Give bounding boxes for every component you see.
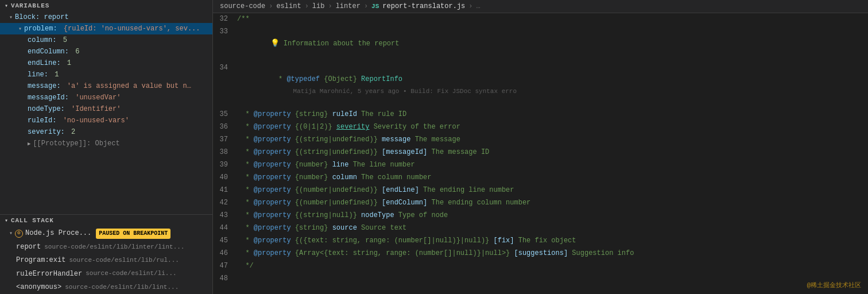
block-report-chevron <box>9 12 15 22</box>
code-line-36: 36 * @property {(0|1|2)} severity Severi… <box>213 121 868 134</box>
variables-label: VARIABLES <box>11 2 49 9</box>
code-line-39: 39 * @property {number} line The line nu… <box>213 159 868 172</box>
node-process-chevron <box>9 228 15 239</box>
code-line-47: 47 */ <box>213 260 868 273</box>
line-content-33: 💡 Information about the report <box>237 26 868 62</box>
breadcrumb-eslint[interactable]: eslint <box>276 2 301 10</box>
prop-nodetype[interactable]: nodeType: 'Identifier' <box>0 103 212 115</box>
bulb-icon: 💡 <box>270 39 280 48</box>
code-line-41: 41 * @property {(number|undefined)} [end… <box>213 184 868 197</box>
prop-prototype[interactable]: [[Prototype]]: Object <box>0 138 212 149</box>
node-process-name: Node.js Proce... <box>25 228 91 239</box>
block-report-label: Block: report <box>15 12 69 22</box>
call-stack-frame-anon[interactable]: <anonymous> source-code/eslint/lib/lint.… <box>0 281 212 294</box>
line-content-38: * @property {(string|undefined)} [messag… <box>237 146 868 158</box>
code-line-37: 37 * @property {(string|undefined)} mess… <box>213 134 868 146</box>
prop-message[interactable]: message: 'a' is assigned a value but n… <box>0 80 212 92</box>
breadcrumb-source-code[interactable]: source-code <box>220 2 265 10</box>
code-line-34: 34 * @typedef {Object} ReportInfo Matija… <box>213 62 868 109</box>
breadcrumb-lib[interactable]: lib <box>312 2 325 10</box>
line-num-32: 32 <box>213 13 237 25</box>
code-line-45: 45 * @property {({text: string, range: (… <box>213 235 868 247</box>
variables-chevron: ▾ <box>5 2 9 9</box>
breadcrumb-linter[interactable]: linter <box>336 2 361 10</box>
line-content-41: * @property {(number|undefined)} [endLin… <box>237 184 868 196</box>
breadcrumb-filename[interactable]: report-translator.js <box>382 2 465 10</box>
line-num-45: 45 <box>213 235 237 246</box>
line-num-34: 34 <box>213 62 237 74</box>
line-num-38: 38 <box>213 146 237 158</box>
code-line-48: 48 <box>213 273 868 285</box>
problem-chevron <box>18 24 24 34</box>
breadcrumb-ellipsis: … <box>476 2 480 10</box>
code-line-33: 33 💡 Information about the report <box>213 26 868 62</box>
line-content-40: * @property {number} column The column n… <box>237 172 868 183</box>
node-process-item[interactable]: ⚙ Node.js Proce... PAUSED ON BREAKPOINT <box>0 226 212 241</box>
prop-line[interactable]: line: 1 <box>0 69 212 80</box>
line-num-47: 47 <box>213 260 237 272</box>
line-num-35: 35 <box>213 109 237 120</box>
left-panel: ▾ VARIABLES Block: report problem: {rule… <box>0 0 213 294</box>
code-line-40: 40 * @property {number} column The colum… <box>213 172 868 184</box>
right-panel: source-code › eslint › lib › linter › JS… <box>213 0 868 294</box>
call-stack-label: CALL STACK <box>11 217 54 224</box>
paused-badge: PAUSED ON BREAKPOINT <box>96 229 170 239</box>
line-content-36: * @property {(0|1|2)} severity Severity … <box>237 121 868 133</box>
line-content-47: */ <box>237 260 868 272</box>
call-stack-frame-ruleerror[interactable]: ruleErrorHandler source-code/eslint/li..… <box>0 268 212 281</box>
prop-endcolumn[interactable]: endColumn: 6 <box>0 46 212 57</box>
problem-value: {ruleId: 'no-unused-vars', sev... <box>64 24 200 34</box>
line-num-43: 43 <box>213 210 237 221</box>
line-num-37: 37 <box>213 134 237 145</box>
problem-key: problem: <box>24 24 57 34</box>
line-content-43: * @property {(string|null)} nodeType Typ… <box>237 210 868 221</box>
line-num-36: 36 <box>213 121 237 133</box>
prop-severity[interactable]: severity: 2 <box>0 126 212 138</box>
line-num-46: 46 <box>213 247 237 259</box>
prop-messageid[interactable]: messageId: 'unusedVar' <box>0 92 212 103</box>
line-content-46: * @property {Array<{text: string, range:… <box>237 247 868 259</box>
call-stack-section: ▾ CALL STACK ⚙ Node.js Proce... PAUSED O… <box>0 214 212 294</box>
call-stack-chevron: ▾ <box>5 217 9 224</box>
breadcrumb-js-icon: JS <box>371 3 379 10</box>
breadcrumb-bar: source-code › eslint › lib › linter › JS… <box>213 0 868 13</box>
line-num-40: 40 <box>213 172 237 183</box>
prop-column[interactable]: column: 5 <box>0 34 212 46</box>
line-content-45: * @property {({text: string, range: (num… <box>237 235 868 246</box>
line-num-48: 48 <box>213 273 237 284</box>
call-stack-header[interactable]: ▾ CALL STACK <box>0 215 212 226</box>
block-report-item[interactable]: Block: report <box>0 11 212 23</box>
line-num-41: 41 <box>213 184 237 196</box>
code-line-42: 42 * @property {(number|undefined)} [end… <box>213 197 868 210</box>
code-line-43: 43 * @property {(string|null)} nodeType … <box>213 210 868 222</box>
line-content-32: /** <box>237 13 868 25</box>
line-content-34: * @typedef {Object} ReportInfo Matija Ma… <box>237 62 868 109</box>
line-content-44: * @property {string} source Source text <box>237 222 868 234</box>
call-stack-frame-report[interactable]: report source-code/eslint/lib/linter/lin… <box>0 241 212 254</box>
code-line-46: 46 * @property {Array<{text: string, ran… <box>213 247 868 260</box>
line-num-33: 33 <box>213 26 237 37</box>
prop-endline[interactable]: endLine: 1 <box>0 57 212 69</box>
call-stack-items: ⚙ Node.js Proce... PAUSED ON BREAKPOINT … <box>0 226 212 294</box>
call-stack-frame-program[interactable]: Program:exit source-code/eslint/lib/rul.… <box>0 254 212 267</box>
code-area[interactable]: 32 /** 33 💡 Information about the report… <box>213 13 868 294</box>
code-line-32: 32 /** <box>213 13 868 26</box>
git-blame: Matija Marohnić, 5 years ago • Build: Fi… <box>293 88 517 95</box>
prototype-chevron <box>28 138 33 149</box>
line-content-42: * @property {(number|undefined)} [endCol… <box>237 197 868 208</box>
code-line-38: 38 * @property {(string|undefined)} [mes… <box>213 146 868 159</box>
line-content-39: * @property {number} line The line numbe… <box>237 159 868 171</box>
variables-section-header[interactable]: ▾ VARIABLES <box>0 0 212 11</box>
line-num-44: 44 <box>213 222 237 234</box>
prop-ruleid[interactable]: ruleId: 'no-unused-vars' <box>0 115 212 126</box>
line-content-37: * @property {(string|undefined)} message… <box>237 134 868 145</box>
problem-item[interactable]: problem: {ruleId: 'no-unused-vars', sev.… <box>0 23 212 34</box>
node-process-icon: ⚙ <box>15 230 23 238</box>
code-line-44: 44 * @property {string} source Source te… <box>213 222 868 235</box>
variables-tree: Block: report problem: {ruleId: 'no-unus… <box>0 11 212 214</box>
line-num-39: 39 <box>213 159 237 171</box>
line-num-42: 42 <box>213 197 237 208</box>
line-content-35: * @property {string} ruleId The rule ID <box>237 109 868 120</box>
code-line-35: 35 * @property {string} ruleId The rule … <box>213 109 868 121</box>
